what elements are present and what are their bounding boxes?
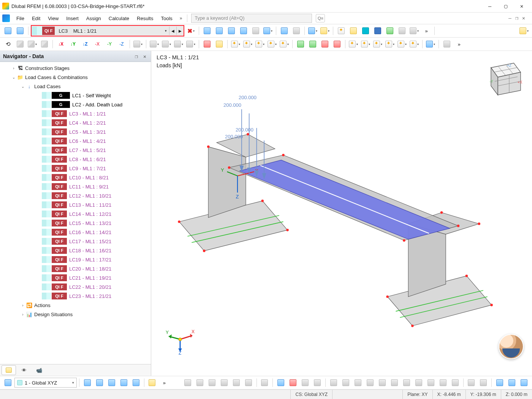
loadcase-lc9[interactable]: QI FLC9 - ML1 : 7/21 (0, 164, 151, 173)
product-logo-icon[interactable] (2, 14, 10, 22)
open-button[interactable] (348, 26, 359, 36)
print-button[interactable]: ▾ (408, 26, 420, 36)
wizard-1-button[interactable] (295, 39, 306, 49)
menu-file[interactable]: File (13, 14, 28, 23)
loadcase-lc20[interactable]: QI FLC20 - ML1 : 18/21 (0, 264, 151, 273)
loadcase-lc6[interactable]: QI FLC6 - ML1 : 4/21 (0, 136, 151, 146)
line-load-button[interactable]: ▾ (254, 39, 266, 49)
result-values-button[interactable] (291, 26, 302, 36)
menu-edit[interactable]: Edit (28, 14, 44, 23)
tree-construction-stages[interactable]: ›🏗 Construction Stages (0, 63, 151, 73)
member-load-button[interactable]: ▾ (242, 39, 253, 49)
result-display-button[interactable] (279, 26, 290, 36)
tree-design-situations[interactable]: ›📊 Design Situations (0, 310, 151, 319)
loadcase-lc19[interactable]: QI FLC19 - ML1 : 17/21 (0, 255, 151, 264)
surface-load-button[interactable]: ▾ (266, 39, 278, 49)
loadcase-next-button[interactable]: ▶ (176, 27, 184, 35)
tree-load-cases[interactable]: ⌄↓ Load Cases (0, 82, 151, 91)
axis-neg-x-button[interactable]: -X (92, 39, 103, 49)
loadcase-selector[interactable]: QI F LC3 ML1 : 1/21 ▾ ◀ ▶ (31, 25, 184, 36)
report-button[interactable]: ▾ (307, 26, 318, 36)
loadcase-lc1[interactable]: GLC1 - Self Weight (0, 91, 151, 100)
grid-results-button[interactable]: ▾ (262, 26, 274, 36)
gen-3-button[interactable]: ▾ (372, 39, 383, 49)
view-render-button[interactable] (39, 39, 50, 49)
show-results-button[interactable] (201, 26, 213, 36)
show-diagrams-button[interactable] (226, 26, 237, 36)
new-button[interactable] (336, 26, 347, 36)
advanced-search-icon[interactable]: Q≡ (316, 14, 325, 22)
loadcase-prev-button[interactable]: ◀ (169, 27, 176, 35)
tree-actions[interactable]: ›🔁 Actions (0, 301, 151, 310)
work-plane-alt-button[interactable] (14, 26, 26, 36)
minimize-button[interactable]: — (482, 1, 486, 11)
wizard-2-button[interactable] (307, 39, 318, 49)
menu-view[interactable]: View (44, 14, 62, 23)
loadcase-lc18[interactable]: QI FLC18 - ML1 : 16/21 (0, 246, 151, 255)
plausibility-button[interactable]: ▾ (319, 26, 331, 36)
microscope-button[interactable]: ▾ (132, 39, 144, 49)
solid-button[interactable]: ▾ (149, 39, 160, 49)
mesh-button[interactable] (201, 39, 213, 49)
support-button[interactable]: ▾ (185, 39, 196, 49)
menu-assign[interactable]: Assign (83, 14, 104, 23)
navigator-float-button[interactable]: ❐ (133, 53, 139, 59)
loadcase-lc2[interactable]: GLC2 - Add. Death Load (0, 100, 151, 109)
show-values-button[interactable] (214, 26, 225, 36)
loadcase-lc17[interactable]: QI FLC17 - ML1 : 15/21 (0, 237, 151, 246)
loadcase-lc15[interactable]: QI FLC15 - ML1 : 13/21 (0, 218, 151, 228)
block-manager-button[interactable] (372, 26, 383, 36)
wizard-4-button[interactable] (331, 39, 343, 49)
toolbar2-overflow-icon[interactable]: » (453, 39, 465, 49)
zoom-fit-button[interactable]: ⟲ (2, 39, 14, 49)
axis-x-button[interactable]: ↓X (55, 39, 66, 49)
member-button[interactable]: ▾ (173, 39, 184, 49)
menu-overflow-icon[interactable]: » (177, 16, 185, 21)
grid-display-button[interactable] (441, 39, 453, 49)
menu-tools[interactable]: Tools (157, 14, 176, 23)
surface-button[interactable]: ▾ (161, 39, 172, 49)
loadcase-lc23[interactable]: QI FLC23 - ML1 : 21/21 (0, 291, 151, 301)
solid-load-button[interactable]: ▾ (279, 39, 290, 49)
loadcase-lc12[interactable]: QI FLC12 - ML1 : 10/21 (0, 191, 151, 200)
gen-4-button[interactable]: ▾ (384, 39, 396, 49)
save-button[interactable] (396, 26, 408, 36)
loadcase-lc5[interactable]: QI FLC5 - ML1 : 3/21 (0, 127, 151, 136)
work-plane-button[interactable] (2, 26, 14, 36)
wizard-3-button[interactable] (319, 39, 331, 49)
view-mode-button[interactable]: ▾ (27, 39, 38, 49)
filter-button[interactable]: ▾ (425, 39, 436, 49)
loadcase-lc21[interactable]: QI FLC21 - ML1 : 19/21 (0, 273, 151, 282)
axis-neg-z-button[interactable]: -Z (116, 39, 127, 49)
menu-results[interactable]: Results (133, 14, 157, 23)
navigator-close-button[interactable]: ✕ (142, 53, 148, 59)
refine-button[interactable] (214, 39, 225, 49)
loadcase-lc13[interactable]: QI FLC13 - ML1 : 11/21 (0, 200, 151, 209)
loadcase-lc3[interactable]: QI FLC3 - ML1 : 1/21 (0, 109, 151, 118)
view-iso-button[interactable] (14, 39, 26, 49)
loadcase-lc14[interactable]: QI FLC14 - ML1 : 12/21 (0, 209, 151, 218)
loadcase-lc10[interactable]: QI FLC10 - ML1 : 8/21 (0, 173, 151, 182)
loadcase-lc4[interactable]: QI FLC4 - ML1 : 2/21 (0, 118, 151, 127)
gen-5-button[interactable]: ▾ (396, 39, 408, 49)
show-labels-button[interactable] (238, 26, 249, 36)
loadcase-lc22[interactable]: QI FLC22 - ML1 : 20/21 (0, 282, 151, 291)
axis-z-button[interactable]: ↓Z (79, 39, 91, 49)
toolbar1-overflow-icon[interactable]: » (421, 26, 432, 36)
loadcase-lc16[interactable]: QI FLC16 - ML1 : 14/21 (0, 228, 151, 237)
loadcase-lc11[interactable]: QI FLC11 - ML1 : 9/21 (0, 182, 151, 191)
tree-load-cases-comb[interactable]: ⌄📁 Load Cases & Combinations (0, 73, 151, 82)
gen-2-button[interactable]: ▾ (360, 39, 371, 49)
gen-1-button[interactable]: ▾ (348, 39, 359, 49)
viewport-3d[interactable]: LC3 - ML1 : 1/21 Loads [kN] +Z +X -Y (151, 51, 486, 365)
cloud-button[interactable] (360, 26, 371, 36)
axis-neg-y-button[interactable]: -Y (104, 39, 115, 49)
iso-surface-button[interactable] (250, 26, 261, 36)
menu-calculate[interactable]: Calculate (105, 14, 133, 23)
navigator-tree[interactable]: ›🏗 Construction Stages ⌄📁 Load Cases & C… (0, 62, 151, 364)
loadcase-lc8[interactable]: QI FLC8 - ML1 : 6/21 (0, 155, 151, 164)
axis-y-button[interactable]: ↓Y (67, 39, 79, 49)
nodal-load-button[interactable]: ▾ (230, 39, 241, 49)
menu-insert[interactable]: Insert (63, 14, 82, 23)
search-input[interactable]: Type a keyword (Alt+Q) (191, 14, 312, 23)
